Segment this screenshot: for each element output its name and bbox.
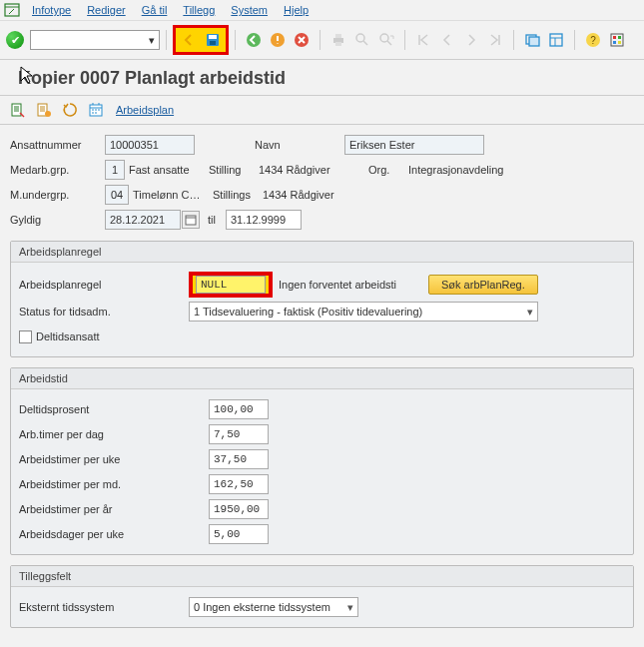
menu-bar: Infotype Rediger Gå til Tillegg System H…	[0, 0, 644, 21]
svg-rect-17	[611, 34, 623, 46]
svg-rect-21	[618, 41, 621, 44]
first-page-icon	[412, 29, 434, 51]
medarb-code: 1	[105, 160, 125, 180]
tilleggsfelt-title: Tilleggsfelt	[11, 566, 633, 587]
arbtimer-uke-field[interactable]: 37,50	[209, 449, 269, 469]
save-highlight	[173, 25, 229, 55]
til-label: til	[208, 214, 226, 226]
arbeidstid-group: Arbeidstid Deltidsprosent100,00 Arb.time…	[10, 367, 634, 555]
menu-system[interactable]: System	[231, 4, 268, 16]
exit-icon[interactable]	[267, 29, 289, 51]
svg-rect-26	[186, 216, 196, 225]
eksternt-dropdown[interactable]: 0 Ingen eksterne tidssystem	[189, 597, 358, 617]
print-icon	[327, 29, 349, 51]
sok-arbplanreg-button[interactable]: Søk arbPlanReg.	[428, 275, 538, 295]
svg-rect-0	[5, 4, 19, 16]
ansattnummer-label: Ansattnummer	[10, 139, 105, 151]
main-toolbar: ✔ ?	[0, 21, 644, 60]
mundergrp-code: 04	[105, 185, 129, 205]
command-field[interactable]	[30, 30, 160, 50]
deltidsansatt-checkbox[interactable]	[19, 330, 32, 343]
svg-rect-8	[335, 34, 341, 38]
arbeidstid-label: Arbeidsdager per uke	[19, 528, 209, 540]
arbdager-uke-field[interactable]: 5,00	[209, 524, 269, 544]
svg-text:?: ?	[590, 35, 596, 46]
find-next-icon	[375, 29, 397, 51]
create-icon[interactable]	[34, 100, 54, 120]
arbeidstid-label: Arbeidstimer per md.	[19, 478, 209, 490]
cancel-icon[interactable]	[291, 29, 313, 51]
last-page-icon	[484, 29, 506, 51]
deltidsansatt-label: Deltidsansatt	[36, 330, 100, 342]
medarb-text: Fast ansatte	[129, 164, 209, 176]
menu-rediger[interactable]: Rediger	[87, 4, 126, 16]
page-title-bar: Kopier 0007 Planlagt arbeidstid	[0, 60, 644, 96]
back-button-icon[interactable]	[243, 29, 265, 51]
menu-tillegg[interactable]: Tillegg	[183, 4, 215, 16]
regel-field[interactable]: NULL	[196, 276, 266, 294]
eksternt-label: Eksternt tidssystem	[19, 601, 189, 613]
svg-rect-18	[613, 36, 616, 39]
svg-point-4	[247, 33, 261, 47]
svg-rect-2	[209, 35, 217, 39]
new-session-icon[interactable]	[521, 29, 543, 51]
stillings-text: 1434 Rådgiver	[263, 189, 334, 201]
regel-desc: Ingen forventet arbeidsti	[279, 279, 428, 291]
navn-field: Eriksen Ester	[344, 135, 484, 155]
menu-gatil[interactable]: Gå til	[142, 4, 168, 16]
svg-point-24	[45, 111, 51, 117]
calendar-icon[interactable]	[86, 100, 106, 120]
navn-label: Navn	[255, 139, 315, 151]
arbtimer-ar-field[interactable]: 1950,00	[209, 499, 269, 519]
regel-highlight: NULL	[189, 272, 273, 298]
prev-page-icon	[436, 29, 458, 51]
menu-hjelp[interactable]: Hjelp	[284, 4, 309, 16]
sap-menu-icon[interactable]	[4, 2, 20, 18]
arbeidstid-label: Arb.timer per dag	[19, 428, 209, 440]
org-label: Org.	[368, 164, 408, 176]
svg-rect-19	[618, 36, 621, 39]
svg-rect-20	[613, 41, 616, 44]
sub-toolbar: Arbeidsplan	[0, 96, 644, 125]
content-area: Ansattnummer 10000351 Navn Eriksen Ester…	[0, 125, 644, 644]
layout-icon[interactable]	[545, 29, 567, 51]
svg-rect-14	[550, 34, 562, 46]
help-icon[interactable]: ?	[582, 29, 604, 51]
arbeidstid-label: Deltidsprosent	[19, 403, 209, 415]
status-label: Status for tidsadm.	[19, 306, 189, 318]
customize-icon[interactable]	[606, 29, 628, 51]
stilling-text: 1434 Rådgiver	[259, 164, 368, 176]
mundergrp-text: Timelønn C…	[133, 189, 213, 201]
tilleggsfelt-group: Tilleggsfelt Eksternt tidssystem 0 Ingen…	[10, 565, 634, 628]
gyldig-til-field[interactable]: 31.12.9999	[226, 210, 302, 230]
deltidsprosent-field[interactable]: 100,00	[209, 399, 269, 419]
cycle-icon[interactable]	[60, 100, 80, 120]
ansattnummer-field: 10000351	[105, 135, 195, 155]
regel-label: Arbeidsplanregel	[19, 279, 189, 291]
status-dropdown[interactable]: 1 Tidsevaluering - faktisk (Positiv tide…	[189, 302, 538, 322]
arbtimer-md-field[interactable]: 162,50	[209, 474, 269, 494]
svg-point-11	[380, 34, 388, 42]
mundergrp-label: M.undergrp.	[10, 189, 105, 201]
org-text: Integrasjonavdeling	[408, 164, 503, 176]
enter-icon[interactable]: ✔	[6, 31, 24, 49]
arbeidsplanregel-title: Arbeidsplanregel	[11, 242, 633, 263]
arbeidstid-label: Arbeidstimer per år	[19, 503, 209, 515]
arbeidsplan-link[interactable]: Arbeidsplan	[116, 104, 174, 116]
menu-infotype[interactable]: Infotype	[32, 4, 71, 16]
page-title: Kopier 0007 Planlagt arbeidstid	[18, 68, 286, 88]
svg-rect-9	[335, 42, 341, 46]
save-icon[interactable]	[202, 29, 224, 51]
arbtimer-dag-field[interactable]: 7,50	[209, 424, 269, 444]
stilling-label: Stilling	[209, 164, 259, 176]
gyldig-fra-field[interactable]: 28.12.2021	[105, 210, 181, 230]
date-picker-icon[interactable]	[182, 211, 200, 229]
arbeidstid-label: Arbeidstimer per uke	[19, 453, 209, 465]
next-page-icon	[460, 29, 482, 51]
find-icon	[351, 29, 373, 51]
svg-rect-3	[210, 41, 216, 45]
back-icon[interactable]	[178, 29, 200, 51]
overview-icon[interactable]	[8, 100, 28, 120]
gyldig-label: Gyldig	[10, 214, 105, 226]
arbeidstid-title: Arbeidstid	[11, 368, 633, 389]
